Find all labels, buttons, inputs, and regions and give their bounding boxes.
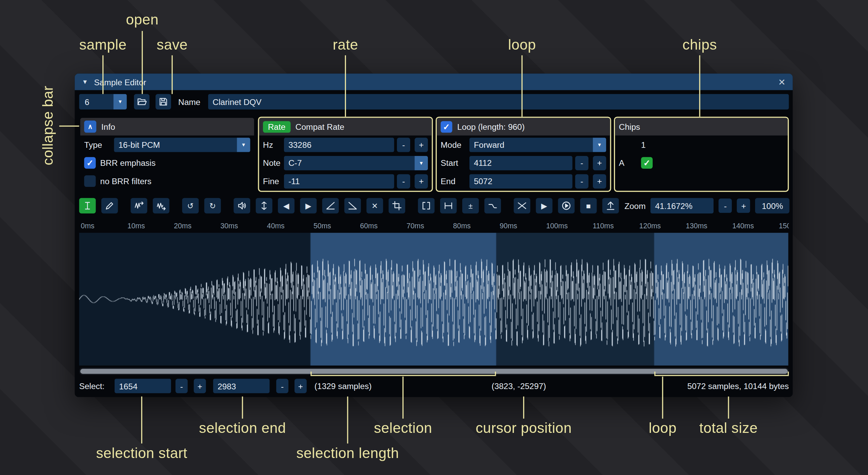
selection-start-input[interactable] [115, 379, 171, 393]
resample-button[interactable] [153, 198, 169, 214]
ruler-label: 60ms [360, 222, 378, 230]
annotation-selection-length: selection length [296, 445, 399, 462]
fine-increment-button[interactable]: + [415, 174, 428, 188]
preview-selection-button[interactable] [558, 198, 575, 214]
resize-button[interactable] [131, 198, 147, 214]
invert-icon: ▶ [305, 202, 312, 210]
redo-icon: ↻ [209, 202, 216, 210]
loop-mode-dropdown[interactable]: Forward ▼ [469, 137, 606, 152]
ruler-label: 50ms [314, 222, 331, 230]
apply-silence-button[interactable] [440, 198, 457, 214]
selection-end-increment-button[interactable]: + [295, 379, 307, 393]
annotation-collapse-bar: collapse bar [39, 86, 56, 165]
stage: ▼ Sample Editor ✕ 6 ▼ Name [0, 0, 868, 475]
selection-end-input[interactable] [213, 379, 270, 393]
chips-panel: Chips 1 A ✓ [614, 117, 789, 192]
waveform-view[interactable] [79, 233, 788, 366]
hz-input[interactable] [284, 137, 394, 152]
collapse-info-button[interactable]: ∧ [84, 121, 96, 133]
zoom-reset-button[interactable]: 100% [755, 198, 790, 214]
fade-out-button[interactable] [344, 198, 361, 214]
invert-button[interactable]: ▶ [300, 198, 317, 214]
filter-button[interactable] [484, 198, 501, 214]
sample-name-input[interactable] [208, 94, 789, 110]
ruler-label: 0ms [81, 222, 95, 230]
toolbar: ↺↻◀▶✕±▶■ Zoom - + 100% [79, 197, 789, 214]
note-dropdown[interactable]: C-7 ▼ [284, 156, 428, 170]
selection-end-decrement-button[interactable]: - [276, 379, 288, 393]
chevron-down-icon: ▼ [237, 137, 250, 152]
annotation-loop-bottom: loop [649, 420, 677, 437]
selection-start-increment-button[interactable]: + [194, 379, 206, 393]
loop-end-increment-button[interactable]: + [593, 174, 606, 188]
fine-input[interactable] [284, 174, 394, 188]
checkmark-icon: ✓ [86, 159, 93, 167]
loop-start-input[interactable] [469, 156, 572, 170]
zoom-in-button[interactable]: + [737, 198, 750, 213]
note-value: C-7 [284, 158, 415, 168]
annotation-loop: loop [508, 36, 536, 53]
pencil-icon [105, 201, 115, 211]
crossfade-icon [517, 201, 527, 211]
loop-end-decrement-button[interactable]: - [575, 174, 588, 188]
folder-open-icon [137, 97, 147, 107]
create-instrument-button[interactable] [602, 198, 619, 214]
annotation-chips: chips [683, 36, 717, 53]
loop-start-increment-button[interactable]: + [593, 156, 606, 170]
open-sample-button[interactable] [134, 94, 150, 110]
window-collapse-icon[interactable]: ▼ [82, 78, 88, 85]
titlebar[interactable]: ▼ Sample Editor ✕ [75, 73, 793, 90]
edit-mode-draw-button[interactable] [101, 198, 118, 214]
save-sample-button[interactable] [155, 94, 171, 110]
undo-button[interactable]: ↺ [182, 198, 199, 214]
close-icon[interactable]: ✕ [778, 76, 786, 87]
waveform-canvas[interactable] [79, 233, 788, 366]
sample-number-dropdown[interactable]: 6 ▼ [79, 94, 127, 110]
loop-end-input[interactable] [469, 174, 572, 188]
normalize-button[interactable] [256, 198, 272, 214]
annotation-line-cursor-position [523, 397, 524, 419]
delete-button[interactable]: ✕ [366, 198, 383, 214]
chip-a-checkbox[interactable]: ✓ [641, 157, 653, 169]
no-brr-filters-checkbox[interactable] [84, 175, 96, 187]
sample-type-dropdown[interactable]: 16-bit PCM ▼ [114, 137, 250, 152]
edit-mode-select-button[interactable] [79, 198, 96, 214]
loop-start-decrement-button[interactable]: - [575, 156, 588, 170]
loop-panel-title: Loop (length: 960) [457, 122, 524, 131]
stop-preview-button[interactable]: ■ [580, 198, 597, 214]
total-size-text: 5072 samples, 10144 bytes [687, 381, 789, 391]
annotation-open: open [126, 11, 158, 28]
window-title: Sample Editor [94, 77, 146, 87]
annotation-save: save [156, 36, 187, 53]
apply-silence-icon [444, 201, 453, 211]
scrollbar-thumb[interactable] [80, 369, 788, 374]
sample-row: 6 ▼ Name [79, 94, 789, 110]
chevron-down-icon: ▼ [415, 156, 428, 170]
selection-start-decrement-button[interactable]: - [176, 379, 188, 393]
ruler-label: 20ms [174, 222, 191, 230]
reverse-button[interactable]: ◀ [278, 198, 295, 214]
redo-button[interactable]: ↻ [204, 198, 221, 214]
annotation-line-total-size [728, 397, 729, 419]
fade-in-button[interactable] [322, 198, 339, 214]
hz-decrement-button[interactable]: - [397, 137, 410, 152]
preview-button[interactable]: ▶ [536, 198, 552, 214]
trim-button[interactable] [389, 198, 405, 214]
amplify-button[interactable] [234, 198, 250, 214]
type-label: Type [84, 140, 110, 149]
insert-silence-button[interactable] [418, 198, 435, 214]
zoom-out-button[interactable]: - [719, 198, 732, 213]
loop-enable-checkbox[interactable]: ✓ [441, 121, 452, 133]
waveform-scrollbar [79, 368, 789, 375]
fade-in-icon [326, 201, 335, 211]
hz-increment-button[interactable]: + [415, 137, 428, 152]
crossfade-loop-button[interactable] [514, 198, 530, 214]
zoom-input[interactable] [651, 198, 714, 214]
annotation-selection-start: selection start [96, 445, 187, 462]
sign-button[interactable]: ± [462, 198, 479, 214]
page-background: ▼ Sample Editor ✕ 6 ▼ Name [0, 0, 868, 475]
brr-emphasis-checkbox[interactable]: ✓ [84, 157, 96, 169]
crop-icon [392, 201, 402, 211]
rate-panel-title: Compat Rate [296, 122, 345, 131]
fine-decrement-button[interactable]: - [397, 174, 410, 188]
